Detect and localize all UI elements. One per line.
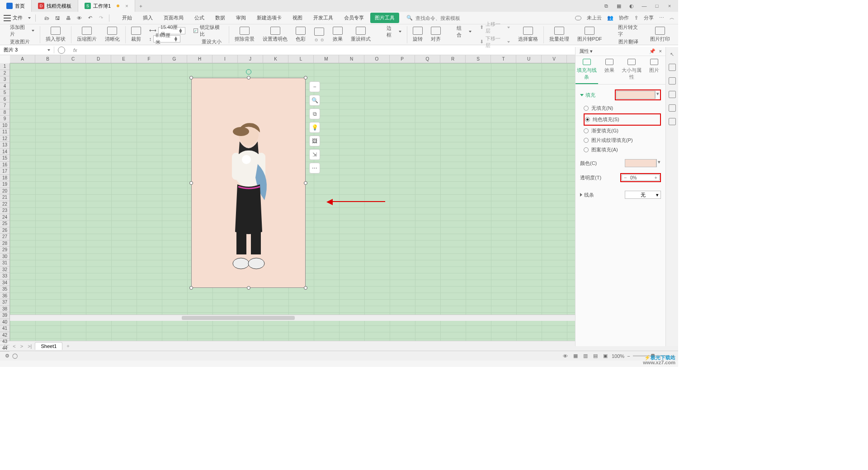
close-window-icon[interactable]: ×: [665, 3, 674, 9]
sheet-tab[interactable]: Sheet1: [35, 342, 62, 350]
brightness-button[interactable]: ☼ ☼: [310, 28, 328, 42]
add-tab-button[interactable]: ＋: [135, 3, 147, 9]
zoom-out-icon[interactable]: −: [627, 353, 630, 359]
idea-icon[interactable]: 💡: [309, 122, 320, 133]
grid-icon[interactable]: ▦: [573, 353, 578, 359]
insert-shape-button[interactable]: 插入形状: [42, 27, 69, 42]
add-sheet-icon[interactable]: ＋: [64, 343, 72, 349]
last-sheet-icon[interactable]: >|: [26, 343, 33, 349]
prev-sheet-icon[interactable]: <: [11, 343, 17, 349]
tab-size-props[interactable]: 大小与属性: [621, 56, 643, 84]
tab-picture[interactable]: 图片: [643, 56, 665, 84]
book-icon[interactable]: [669, 118, 676, 125]
tab-data[interactable]: 数据: [211, 13, 230, 23]
chevron-up-icon[interactable]: ︿: [670, 14, 675, 21]
fx-label[interactable]: fx: [69, 47, 82, 53]
share-button[interactable]: 分享: [644, 14, 654, 21]
assets-icon[interactable]: [669, 91, 676, 98]
magnify-icon[interactable]: [58, 47, 65, 54]
reset-style-button[interactable]: 重设样式: [347, 27, 374, 42]
rotate-handle[interactable]: [246, 69, 251, 75]
effect-button[interactable]: 效果: [329, 27, 346, 42]
add-image-button[interactable]: 添加图片: [8, 24, 34, 38]
user-icon[interactable]: ◐: [627, 3, 636, 9]
view1-icon[interactable]: ▥: [583, 353, 588, 359]
rotate-button[interactable]: 旋转: [409, 27, 426, 42]
hamburger-icon[interactable]: [4, 15, 11, 21]
tab-review[interactable]: 审阅: [231, 13, 250, 23]
crop-button[interactable]: 裁剪: [127, 27, 145, 42]
maximize-icon[interactable]: □: [653, 3, 661, 9]
tab-start[interactable]: 开始: [118, 13, 137, 23]
fill-solid-radio[interactable]: 纯色填充(S): [585, 115, 660, 124]
tab-view[interactable]: 视图: [288, 13, 307, 23]
reset-size-button[interactable]: 重设大小: [193, 38, 224, 45]
settings-icon[interactable]: ⚙: [5, 353, 9, 359]
resize-handle[interactable]: [247, 286, 250, 290]
expand-icon[interactable]: [580, 193, 582, 197]
more-icon[interactable]: ⋯: [309, 163, 320, 174]
save-icon[interactable]: 🖫: [54, 14, 61, 22]
color-button[interactable]: 色彩: [292, 27, 309, 42]
set-transparent-button[interactable]: 设置透明色: [259, 27, 291, 42]
fill-pattern-radio[interactable]: 图案填充(A): [584, 145, 661, 155]
align-button[interactable]: 对齐: [427, 27, 444, 42]
caret-down-icon[interactable]: ▾: [655, 91, 660, 99]
opacity-slider[interactable]: −0%+: [622, 174, 660, 181]
zoom-level[interactable]: 100%: [612, 353, 624, 359]
record-icon[interactable]: ◯: [12, 353, 18, 359]
redo-icon[interactable]: ↷: [97, 14, 104, 22]
style-icon[interactable]: [669, 64, 676, 71]
minimize-icon[interactable]: —: [640, 3, 648, 9]
tab-dev[interactable]: 开发工具: [309, 13, 338, 23]
replace-icon[interactable]: 🖼: [309, 136, 320, 146]
search-input[interactable]: [415, 15, 470, 21]
print-icon[interactable]: 🖶: [65, 14, 72, 22]
tab-custom[interactable]: 新建选项卡: [252, 13, 286, 23]
to-text-button[interactable]: 图片转文字: [610, 24, 642, 38]
fill-color-swatch[interactable]: [616, 91, 655, 99]
zoom-fit-icon[interactable]: 🔍: [309, 95, 320, 106]
next-sheet-icon[interactable]: >: [19, 343, 24, 349]
collapse-icon[interactable]: [580, 94, 584, 96]
group-button[interactable]: 组合: [449, 25, 472, 38]
tab-home[interactable]: 首页: [0, 0, 32, 12]
picture-object[interactable]: [191, 78, 306, 288]
down-layer-button[interactable]: ⬇下移一层: [480, 35, 510, 49]
zoom-out-icon[interactable]: −: [309, 81, 320, 92]
compress-button[interactable]: 压缩图片: [73, 27, 100, 42]
to-pdf-button[interactable]: 图片转PDF: [574, 27, 606, 42]
tab-insert[interactable]: 插入: [138, 13, 157, 23]
view2-icon[interactable]: ▤: [593, 353, 598, 359]
open-icon[interactable]: 🗁: [43, 14, 50, 22]
resize-handle[interactable]: [304, 286, 307, 290]
view3-icon[interactable]: ▣: [603, 353, 608, 359]
caret-down-icon[interactable]: ▾: [656, 159, 661, 167]
border-button[interactable]: 边框: [379, 25, 401, 38]
resize-handle[interactable]: [189, 181, 193, 185]
collab-button[interactable]: 协作: [619, 14, 629, 21]
print-image-button[interactable]: 图片打印: [646, 27, 674, 42]
undo-icon[interactable]: ↶: [86, 14, 94, 22]
resize-handle[interactable]: [189, 286, 193, 290]
tab-member[interactable]: 会员专享: [340, 13, 368, 23]
resize-handle[interactable]: [247, 76, 250, 80]
resize-handle[interactable]: [304, 76, 307, 80]
layers-icon[interactable]: [669, 77, 676, 85]
more-icon[interactable]: ⋯: [659, 15, 664, 21]
crop-tool-icon[interactable]: ⧉: [309, 108, 320, 119]
clarity-button[interactable]: 清晰化: [101, 27, 123, 42]
change-image-button[interactable]: 更改图片: [8, 38, 34, 45]
file-menu[interactable]: 文件: [13, 14, 23, 21]
tab-layout[interactable]: 页面布局: [159, 13, 188, 23]
fill-picture-radio[interactable]: 图片或纹理填充(P): [584, 136, 661, 145]
fill-none-radio[interactable]: 无填充(N): [584, 103, 661, 113]
fill-gradient-radio[interactable]: 渐变填充(G): [584, 126, 661, 136]
preview-icon[interactable]: 👁: [75, 14, 83, 22]
cloud-icon[interactable]: [669, 104, 676, 112]
close-panel-icon[interactable]: ×: [659, 48, 662, 54]
command-search[interactable]: 🔍: [406, 15, 470, 21]
tab-fill-line[interactable]: 填充与线条: [576, 56, 598, 84]
lock-ratio-checkbox[interactable]: ✓锁定纵横比: [193, 24, 224, 38]
horizontal-scrollbar[interactable]: [10, 315, 575, 321]
